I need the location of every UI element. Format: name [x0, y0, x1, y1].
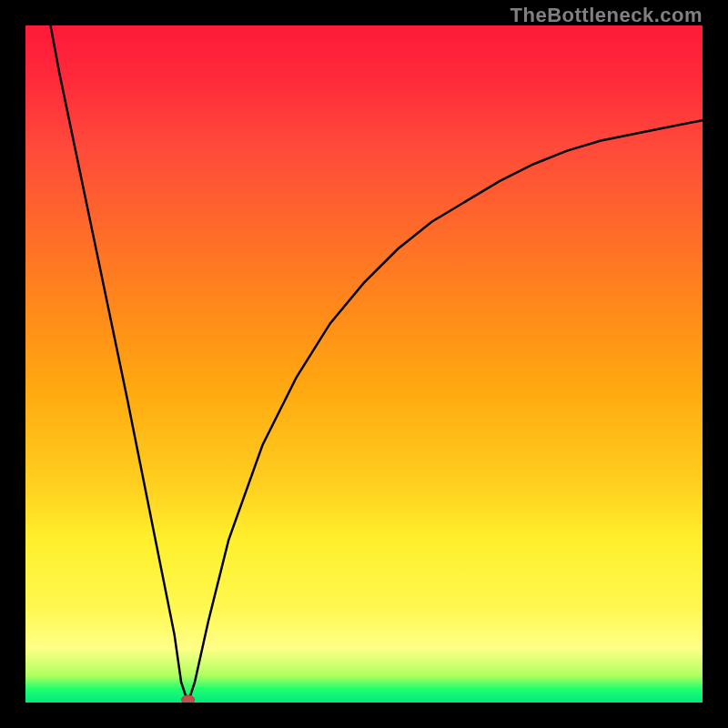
curve-line — [51, 25, 703, 703]
chart-container: TheBottleneck.com — [0, 0, 728, 728]
min-marker — [182, 695, 195, 703]
watermark-text: TheBottleneck.com — [511, 4, 703, 27]
curve-svg — [25, 25, 703, 703]
plot-area — [25, 25, 703, 703]
